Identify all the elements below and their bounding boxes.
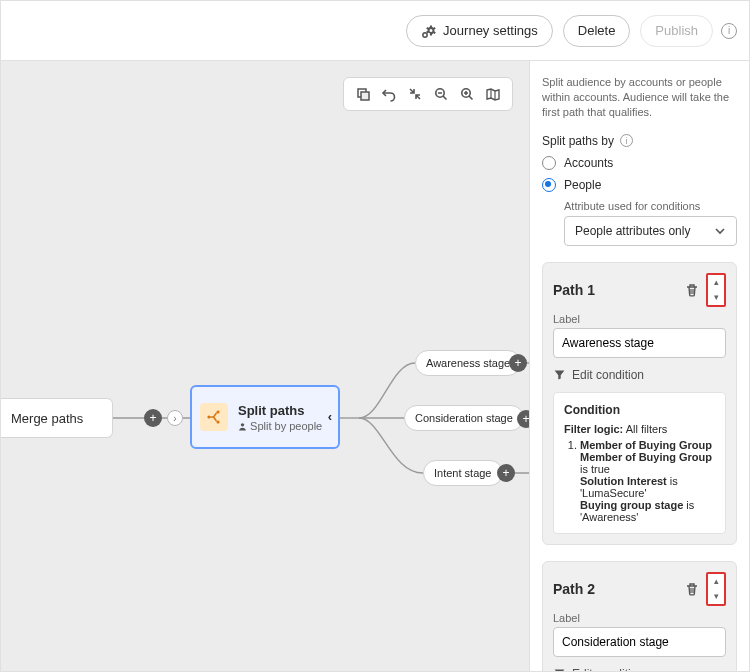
path-label-input[interactable] <box>553 328 726 358</box>
delete-button[interactable]: Delete <box>563 15 631 47</box>
journey-settings-label: Journey settings <box>443 23 538 38</box>
copy-icon[interactable] <box>350 81 376 107</box>
branch-label: Awareness stage <box>426 357 510 369</box>
path-block-2: Path 2 ▴ ▾ Label Edit condition <box>542 561 737 671</box>
svg-rect-2 <box>361 92 369 100</box>
svg-point-7 <box>216 420 219 423</box>
branch-node-consideration[interactable]: Consideration stage <box>404 405 524 431</box>
attribute-value: People attributes only <box>575 224 690 238</box>
publish-label: Publish <box>655 23 698 38</box>
settings-panel: Split audience by accounts or people wit… <box>529 61 749 671</box>
svg-point-6 <box>216 410 219 413</box>
radio-icon <box>542 156 556 170</box>
edit-condition-link[interactable]: Edit condition <box>553 667 726 671</box>
zoom-in-icon[interactable] <box>454 81 480 107</box>
add-after-branch-button[interactable]: + <box>497 464 515 482</box>
radio-icon <box>542 178 556 192</box>
branch-label: Intent stage <box>434 467 492 479</box>
publish-button: Publish <box>640 15 713 47</box>
attribute-section: Attribute used for conditions People att… <box>564 200 737 246</box>
main: Merge paths + › Split paths Split by peo… <box>1 61 749 671</box>
path-label-input[interactable] <box>553 627 726 657</box>
info-icon[interactable]: i <box>620 134 633 147</box>
top-bar: Journey settings Delete Publish i <box>1 1 749 61</box>
undo-icon[interactable] <box>376 81 402 107</box>
attribute-select[interactable]: People attributes only <box>564 216 737 246</box>
svg-point-5 <box>207 415 210 418</box>
canvas-toolbox <box>343 77 513 111</box>
split-node-title: Split paths <box>238 403 322 418</box>
reorder-buttons: ▴ ▾ <box>706 572 726 606</box>
reorder-buttons: ▴ ▾ <box>706 273 726 307</box>
branch-label: Consideration stage <box>415 412 513 424</box>
path-title: Path 2 <box>553 581 595 597</box>
merge-paths-node[interactable]: Merge paths <box>1 398 113 438</box>
radio-accounts-label: Accounts <box>564 156 613 170</box>
collapse-icon[interactable] <box>402 81 428 107</box>
filter-icon <box>553 368 566 381</box>
split-node-subtitle: Split by people <box>238 420 322 432</box>
add-node-button[interactable]: + <box>144 409 162 427</box>
panel-help-text: Split audience by accounts or people wit… <box>542 75 737 120</box>
zoom-out-icon[interactable] <box>428 81 454 107</box>
attribute-label: Attribute used for conditions <box>564 200 737 212</box>
path-block-1: Path 1 ▴ ▾ Label Edit condition <box>542 262 737 545</box>
branch-node-intent[interactable]: Intent stage <box>423 460 503 486</box>
gear-icon <box>421 23 437 39</box>
merge-paths-label: Merge paths <box>11 411 83 426</box>
person-icon <box>238 422 247 431</box>
chevron-down-icon <box>714 225 726 237</box>
add-after-branch-button[interactable]: + <box>517 410 529 428</box>
svg-point-0 <box>423 32 427 36</box>
chevron-left-icon[interactable]: ‹ <box>328 409 332 424</box>
journey-canvas[interactable]: Merge paths + › Split paths Split by peo… <box>1 61 529 671</box>
filter-icon <box>553 667 566 671</box>
condition-heading: Condition <box>564 403 715 417</box>
split-by-label: Split paths by i <box>542 134 737 148</box>
trash-icon[interactable] <box>684 581 700 597</box>
label-field-label: Label <box>553 313 726 325</box>
radio-accounts[interactable]: Accounts <box>542 156 737 170</box>
branch-node-awareness[interactable]: Awareness stage <box>415 350 521 376</box>
svg-point-8 <box>241 423 244 426</box>
path-title: Path 1 <box>553 282 595 298</box>
split-node-text: Split paths Split by people <box>238 403 322 432</box>
add-after-branch-button[interactable]: + <box>509 354 527 372</box>
delete-label: Delete <box>578 23 616 38</box>
move-down-button[interactable]: ▾ <box>708 589 724 604</box>
split-paths-node[interactable]: Split paths Split by people ‹ <box>190 385 340 449</box>
label-field-label: Label <box>553 612 726 624</box>
move-down-button[interactable]: ▾ <box>708 290 724 305</box>
radio-people-label: People <box>564 178 601 192</box>
journey-settings-button[interactable]: Journey settings <box>406 15 553 47</box>
split-icon <box>200 403 228 431</box>
info-icon[interactable]: i <box>721 23 737 39</box>
move-up-button[interactable]: ▴ <box>708 275 724 290</box>
edit-condition-link[interactable]: Edit condition <box>553 368 726 382</box>
move-up-button[interactable]: ▴ <box>708 574 724 589</box>
condition-summary: Condition Filter logic: All filters Memb… <box>553 392 726 534</box>
connector-arrow-icon: › <box>167 410 183 426</box>
map-icon[interactable] <box>480 81 506 107</box>
radio-people[interactable]: People <box>542 178 737 192</box>
trash-icon[interactable] <box>684 282 700 298</box>
